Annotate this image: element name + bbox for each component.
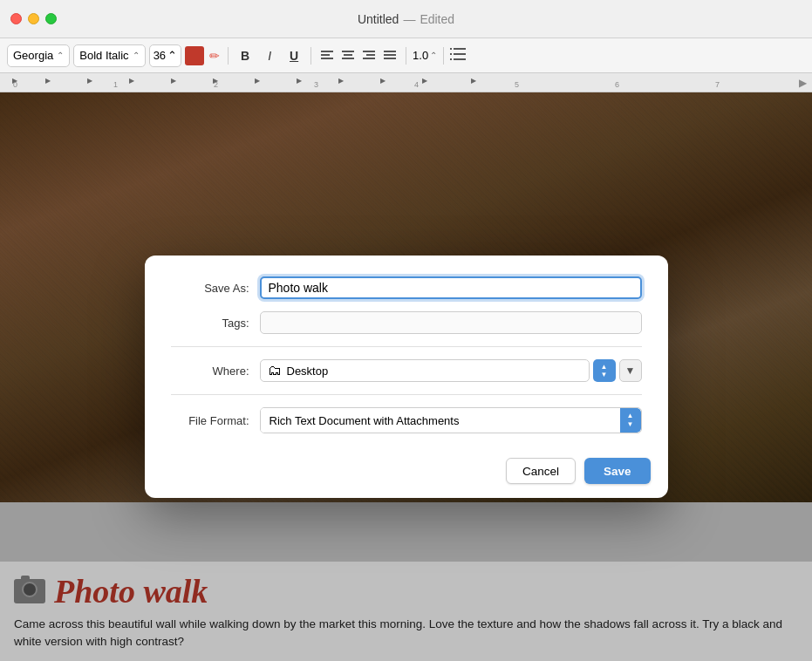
svg-rect-2	[321, 58, 333, 59]
ruler-marker-9: ▶	[380, 77, 386, 85]
where-row: Where: 🗂 Desktop ▲ ▼ ▼	[171, 359, 642, 382]
ruler-right-arrow-icon: ▶	[799, 77, 807, 89]
ruler-num-7: 7	[715, 80, 720, 89]
ruler-marker-6: ▶	[255, 77, 260, 85]
ruler: ▶ ▶ ▶ ▶ ▶ ▶ ▶ ▶ ▶ ▶ ▶ ▶ 0 1 2 3 4 5 6 7 …	[0, 73, 812, 92]
ruler-num-6: 6	[615, 80, 619, 89]
dialog-content: Save As: Tags: Where: 🗂 Desktop	[145, 256, 668, 433]
file-format-dropdown[interactable]: Rich Text Document with Attachments ▲ ▼	[260, 407, 642, 433]
svg-rect-5	[344, 54, 352, 56]
dialog-separator-2	[171, 394, 642, 395]
toolbar-separator-2	[310, 47, 311, 65]
alignment-group	[317, 46, 399, 65]
ruler-marker-2: ▶	[87, 77, 92, 85]
text-color-swatch[interactable]	[185, 46, 204, 65]
document-area: Photo walk Came across this beautiful wa…	[0, 92, 812, 661]
svg-rect-1	[321, 54, 330, 56]
svg-rect-18	[454, 58, 466, 60]
file-format-value: Rich Text Document with Attachments	[261, 408, 620, 433]
toolbar-separator-1	[228, 47, 229, 65]
where-value: Desktop	[287, 365, 582, 378]
ruler-marker-11: ▶	[471, 77, 476, 85]
svg-rect-13	[384, 54, 396, 56]
svg-rect-21	[450, 58, 452, 60]
svg-rect-10	[363, 58, 375, 59]
window-title: Untitled	[358, 12, 399, 26]
title-separator: —	[403, 12, 415, 26]
ruler-marker-7: ▶	[297, 77, 302, 85]
save-button[interactable]: Save	[584, 458, 651, 484]
format-stepper-up-icon: ▲	[627, 412, 634, 419]
svg-rect-4	[342, 51, 354, 52]
tags-input[interactable]	[260, 311, 642, 334]
list-button[interactable]	[450, 48, 466, 63]
where-expand-button[interactable]: ▼	[619, 359, 642, 382]
file-format-label: File Format:	[171, 414, 249, 427]
font-style-picker[interactable]: Bold Italic ⌃	[73, 44, 145, 67]
ruler-num-0: 0	[13, 80, 17, 89]
font-size-picker[interactable]: 36 ⌃	[149, 44, 181, 67]
expand-chevron-icon: ▼	[625, 365, 636, 377]
toolbar-separator-4	[443, 47, 444, 65]
ruler-marker-8: ▶	[338, 77, 344, 85]
font-size-value: 36	[154, 49, 166, 62]
svg-rect-17	[454, 53, 466, 55]
ruler-num-5: 5	[515, 80, 519, 89]
ruler-num-2: 2	[214, 80, 218, 89]
highlighter-icon[interactable]: ✏	[208, 47, 222, 65]
underline-button[interactable]: U	[283, 45, 304, 66]
font-style-value: Bold Italic	[79, 49, 128, 62]
svg-rect-19	[450, 48, 452, 50]
toolbar: Georgia ⌃ Bold Italic ⌃ 36 ⌃ ✏ B I U 1.0…	[0, 38, 812, 73]
dialog-separator	[171, 346, 642, 347]
svg-rect-0	[321, 51, 333, 52]
save-dialog: Save As: Tags: Where: 🗂 Desktop	[145, 256, 668, 498]
maximize-button[interactable]	[45, 13, 57, 24]
where-stepper[interactable]: ▲ ▼	[593, 359, 616, 382]
traffic-lights	[10, 13, 57, 24]
stepper-down-icon: ▼	[601, 371, 608, 378]
align-justify-button[interactable]	[380, 46, 399, 65]
ruler-num-1: 1	[113, 80, 118, 89]
align-center-button[interactable]	[338, 46, 358, 65]
minimize-button[interactable]	[28, 13, 39, 24]
svg-rect-14	[384, 58, 396, 59]
bold-button[interactable]: B	[235, 45, 256, 66]
cancel-button[interactable]: Cancel	[506, 458, 576, 484]
save-as-label: Save As:	[171, 282, 249, 295]
svg-rect-6	[342, 58, 354, 59]
stepper-up-icon: ▲	[601, 364, 608, 371]
ruler-num-4: 4	[414, 80, 419, 89]
align-left-button[interactable]	[317, 46, 337, 65]
font-family-chevron-icon: ⌃	[57, 51, 64, 60]
toolbar-separator-3	[406, 47, 406, 65]
close-button[interactable]	[10, 13, 22, 24]
file-format-stepper[interactable]: ▲ ▼	[620, 408, 641, 433]
where-dropdown[interactable]: 🗂 Desktop	[260, 359, 590, 382]
svg-rect-12	[384, 51, 396, 52]
tags-label: Tags:	[171, 317, 249, 330]
dialog-buttons-area: Cancel Save	[145, 446, 668, 498]
svg-rect-8	[363, 51, 375, 52]
save-as-input[interactable]	[260, 276, 642, 299]
title-bar: Untitled — Edited	[0, 0, 812, 38]
font-style-chevron-icon: ⌃	[133, 51, 140, 60]
align-right-button[interactable]	[359, 46, 379, 65]
tags-row: Tags:	[171, 311, 642, 334]
svg-rect-9	[366, 54, 375, 56]
ruler-marker-10: ▶	[422, 77, 427, 85]
font-size-chevron-icon: ⌃	[167, 49, 177, 62]
ruler-marker-3: ▶	[129, 77, 134, 85]
format-stepper-down-icon: ▼	[627, 421, 634, 428]
modal-overlay: Save As: Tags: Where: 🗂 Desktop	[0, 92, 812, 661]
save-as-row: Save As:	[171, 276, 642, 299]
ruler-marker-4: ▶	[171, 77, 176, 85]
svg-rect-16	[454, 48, 466, 50]
line-spacing-picker[interactable]: 1.0 ⌃	[413, 49, 437, 62]
ruler-marker-1: ▶	[45, 77, 51, 85]
edited-label: Edited	[420, 12, 454, 26]
line-spacing-value: 1.0	[413, 49, 428, 62]
svg-rect-20	[450, 53, 452, 55]
italic-button[interactable]: I	[259, 45, 280, 66]
font-family-picker[interactable]: Georgia ⌃	[7, 44, 70, 67]
